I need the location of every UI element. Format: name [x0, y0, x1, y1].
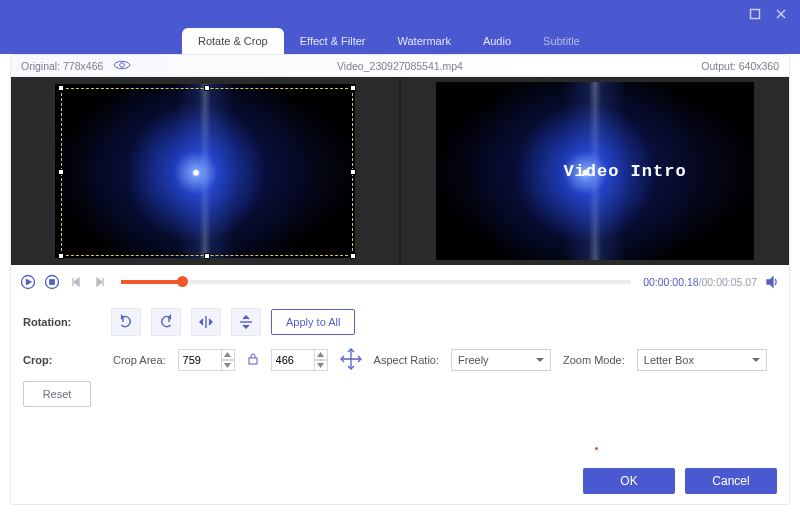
- lock-aspect-icon[interactable]: [247, 352, 259, 368]
- output-thumb: Video Intro: [436, 82, 754, 260]
- rotate-right-button[interactable]: [151, 308, 181, 336]
- rotation-label: Rotation:: [23, 316, 101, 328]
- output-size-label: Output: 640x360: [701, 60, 789, 72]
- time-display: 00:00:00.18/00:00:05.07: [643, 276, 757, 288]
- original-size-label: Original: 778x466: [21, 60, 103, 72]
- source-preview[interactable]: [11, 77, 399, 265]
- seek-knob[interactable]: [177, 276, 188, 287]
- crop-label: Crop:: [23, 354, 101, 366]
- svg-rect-5: [249, 358, 257, 364]
- indicator-dot: [595, 447, 598, 450]
- play-icon[interactable]: [19, 273, 37, 291]
- tab-subtitle: Subtitle: [527, 28, 596, 54]
- maximize-icon[interactable]: [746, 5, 764, 23]
- seek-bar[interactable]: [121, 280, 631, 284]
- crop-height-field[interactable]: [271, 349, 328, 371]
- crop-area-label: Crop Area:: [113, 354, 166, 366]
- aspect-ratio-label: Aspect Ratio:: [374, 354, 439, 366]
- tab-effect-filter[interactable]: Effect & Filter: [284, 28, 382, 54]
- stop-icon[interactable]: [43, 273, 61, 291]
- aspect-ratio-select[interactable]: Freely: [451, 349, 551, 371]
- flip-vertical-button[interactable]: [231, 308, 261, 336]
- rotation-row: Rotation: Apply to All: [23, 303, 777, 341]
- svg-point-1: [120, 62, 125, 67]
- flip-horizontal-button[interactable]: [191, 308, 221, 336]
- crop-width-down-icon[interactable]: [221, 360, 235, 371]
- video-overlay-text: Video Intro: [436, 82, 754, 260]
- content-panel: Original: 778x466 Video_230927085541.mp4…: [10, 54, 790, 505]
- preview-row: Video Intro: [11, 77, 789, 265]
- rotate-left-button[interactable]: [111, 308, 141, 336]
- crop-row: Crop: Crop Area:: [23, 341, 777, 379]
- tab-audio[interactable]: Audio: [467, 28, 527, 54]
- close-icon[interactable]: [772, 5, 790, 23]
- apply-to-all-button[interactable]: Apply to All: [271, 309, 355, 335]
- center-crop-icon[interactable]: [340, 348, 362, 372]
- svg-rect-0: [751, 10, 760, 19]
- zoom-mode-select[interactable]: Letter Box: [637, 349, 767, 371]
- app-window: Rotate & Crop Effect & Filter Watermark …: [0, 0, 800, 515]
- info-bar: Original: 778x466 Video_230927085541.mp4…: [11, 55, 789, 77]
- crop-width-input[interactable]: [178, 349, 222, 371]
- next-frame-icon[interactable]: [91, 273, 109, 291]
- zoom-mode-label: Zoom Mode:: [563, 354, 625, 366]
- transport-bar: 00:00:00.18/00:00:05.07: [11, 265, 789, 297]
- controls: Rotation: Apply to All Crop: Crop Area:: [11, 297, 789, 419]
- crop-width-field[interactable]: [178, 349, 235, 371]
- ok-button[interactable]: OK: [583, 468, 675, 494]
- tab-rotate-crop[interactable]: Rotate & Crop: [182, 28, 284, 54]
- cancel-button[interactable]: Cancel: [685, 468, 777, 494]
- crop-height-down-icon[interactable]: [314, 360, 328, 371]
- crop-height-up-icon[interactable]: [314, 349, 328, 360]
- prev-frame-icon[interactable]: [67, 273, 85, 291]
- titlebar: [0, 0, 800, 28]
- tab-watermark[interactable]: Watermark: [382, 28, 467, 54]
- seek-fill: [121, 280, 182, 284]
- source-thumb: [55, 84, 355, 258]
- crop-height-input[interactable]: [271, 349, 315, 371]
- tab-bar: Rotate & Crop Effect & Filter Watermark …: [0, 28, 800, 54]
- output-preview: Video Intro: [399, 77, 789, 265]
- footer-buttons: OK Cancel: [583, 468, 777, 494]
- svg-rect-4: [50, 280, 54, 284]
- crop-width-up-icon[interactable]: [221, 349, 235, 360]
- preview-eye-icon[interactable]: [113, 59, 131, 73]
- reset-button[interactable]: Reset: [23, 381, 91, 407]
- volume-icon[interactable]: [763, 273, 781, 291]
